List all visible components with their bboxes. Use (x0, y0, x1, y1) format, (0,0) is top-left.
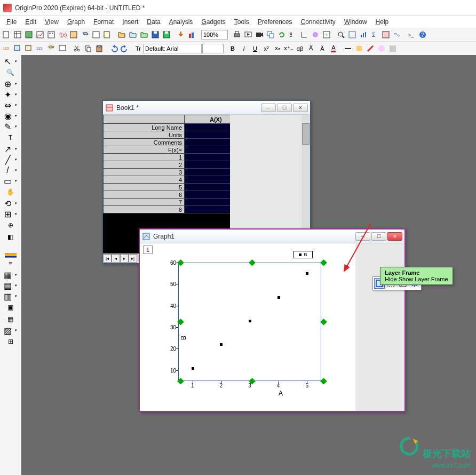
duplicate-icon[interactable] (265, 29, 276, 40)
zoom-input[interactable] (201, 30, 228, 39)
new-workbook-icon[interactable] (12, 29, 23, 40)
graph1-titlebar[interactable]: Graph1 ─ ☐ ✕ (140, 229, 404, 243)
data-reader-icon[interactable]: ✦▾ (3, 89, 19, 100)
graph1-window[interactable]: Graph1 ─ ☐ ✕ 1 B 102030405060 (139, 228, 406, 412)
bg-color-icon[interactable] (387, 43, 398, 54)
maximize-button[interactable]: ☐ (277, 104, 292, 112)
x-axis-label[interactable]: A (279, 390, 283, 397)
y-axis-label[interactable]: B (180, 336, 187, 340)
save-icon[interactable] (150, 29, 161, 40)
legend[interactable]: B (293, 251, 313, 258)
menu-data[interactable]: Data (142, 17, 164, 27)
new-matrix-icon[interactable] (46, 29, 57, 40)
font-bigger-icon[interactable]: A̅ (306, 43, 316, 54)
data-selector-icon[interactable]: ⇔▾ (3, 100, 19, 110)
script-icon[interactable]: >_ (406, 29, 417, 40)
paste-icon[interactable] (94, 43, 105, 54)
underline-icon[interactable]: U (250, 43, 260, 54)
book1-titlebar[interactable]: Book1 * ─ ☐ ✕ (103, 101, 310, 115)
fft-icon[interactable] (392, 29, 402, 40)
zoom-tool-icon[interactable]: 🔍 (5, 67, 17, 78)
new-graph-icon[interactable] (35, 29, 45, 40)
menu-insert[interactable]: Insert (118, 17, 142, 27)
palette1-icon[interactable]: ▦▾ (3, 270, 19, 280)
data-point[interactable] (249, 320, 251, 322)
font-select[interactable] (143, 44, 202, 53)
import-icon[interactable] (176, 29, 186, 40)
new-color-icon[interactable] (310, 29, 321, 40)
legend-icon[interactable] (288, 29, 298, 40)
worksheet-icon[interactable]: ⊞ (5, 336, 17, 347)
template1-icon[interactable]: ▣ (5, 302, 17, 313)
fontsize-select[interactable] (202, 44, 224, 53)
new-excel-icon[interactable] (23, 29, 34, 40)
ascii-import-icon[interactable]: 123 (1, 43, 12, 54)
row-number[interactable]: 5 (104, 184, 185, 191)
pointer-tool-icon[interactable]: ↖▾ (3, 56, 19, 67)
palette-icon[interactable] (376, 43, 387, 54)
fit-icon[interactable] (347, 29, 358, 40)
row-number[interactable]: 7 (104, 199, 185, 206)
line-style-icon[interactable] (343, 43, 353, 54)
handle-mr[interactable] (320, 319, 327, 326)
open-icon[interactable] (116, 29, 127, 40)
new-function-icon[interactable]: f(x) (57, 29, 68, 40)
color-tool-icon[interactable]: ◧ (5, 232, 17, 242)
font-smaller-icon[interactable]: Ă (317, 43, 328, 54)
palette2-icon[interactable]: ▤▾ (3, 280, 19, 291)
subscript-icon[interactable]: x₂ (272, 43, 283, 54)
copy-icon[interactable] (83, 43, 93, 54)
g-close-button[interactable]: ✕ (387, 232, 402, 241)
line-color-icon[interactable] (365, 43, 376, 54)
arrow-tool-icon[interactable]: ↗▾ (3, 144, 19, 154)
slideshow-icon[interactable] (243, 29, 253, 40)
menu-help[interactable]: Help (371, 17, 393, 27)
color-scale-icon[interactable] (5, 254, 17, 258)
handle-br[interactable] (320, 378, 327, 385)
row-number[interactable]: 4 (104, 176, 185, 184)
mask-tool-icon[interactable]: ◉▾ (3, 110, 19, 121)
menu-edit[interactable]: Edit (21, 17, 41, 27)
inc-list-icon[interactable]: ≡ (5, 258, 17, 269)
menu-format[interactable]: Format (89, 17, 118, 27)
math-icon[interactable]: Σ (369, 29, 380, 40)
cut-icon[interactable] (72, 43, 82, 54)
anova-icon[interactable] (380, 29, 391, 40)
fill-color-icon[interactable] (354, 43, 364, 54)
g-maximize-button[interactable]: ☐ (371, 232, 386, 241)
nav-prev-icon[interactable]: ◂ (112, 254, 120, 263)
menu-connectivity[interactable]: Connectivity (296, 17, 339, 27)
new-2d-icon[interactable] (68, 29, 79, 40)
g-minimize-button[interactable]: ─ (355, 232, 370, 241)
graph1-body[interactable]: 1 B 102030405060 12345 B A (140, 243, 355, 411)
supersub-icon[interactable]: x⁺₋ (283, 43, 294, 54)
template2-icon[interactable]: ▦ (5, 314, 17, 324)
data-point[interactable] (192, 367, 194, 370)
plot-area[interactable]: 102030405060 12345 B A (166, 259, 353, 393)
digitize-icon[interactable] (57, 43, 68, 54)
stats-icon[interactable] (358, 29, 369, 40)
help-icon[interactable]: ? (417, 29, 428, 40)
insert-tool-icon[interactable]: ⊕ (5, 220, 17, 231)
rotate-tool-icon[interactable]: ⟲▾ (3, 198, 19, 209)
minimize-button[interactable]: ─ (261, 104, 276, 112)
template3-icon[interactable]: ▨▾ (3, 325, 19, 336)
row-number[interactable]: 8 (104, 206, 185, 213)
menu-analysis[interactable]: Analysis (165, 17, 197, 27)
refresh-icon[interactable] (276, 29, 287, 40)
greek-icon[interactable]: αβ (295, 43, 305, 54)
open-template-icon[interactable] (128, 29, 138, 40)
line-tool-icon[interactable]: ╱▾ (3, 154, 19, 165)
open-excel-icon[interactable] (139, 29, 149, 40)
import-wizard-icon[interactable] (23, 43, 34, 54)
undo-icon[interactable] (108, 43, 119, 54)
redo-icon[interactable] (120, 43, 130, 54)
menu-gadgets[interactable]: Gadgets (197, 17, 229, 27)
rescale-icon[interactable] (336, 29, 346, 40)
handle-tr[interactable] (320, 259, 327, 266)
import-multi-icon[interactable] (12, 43, 23, 54)
rect-tool-icon[interactable]: ▭▾ (3, 176, 19, 186)
axis-icon[interactable] (299, 29, 310, 40)
nav-first-icon[interactable]: |◂ (103, 254, 112, 263)
nav-next-icon[interactable]: ▸ (120, 254, 129, 263)
